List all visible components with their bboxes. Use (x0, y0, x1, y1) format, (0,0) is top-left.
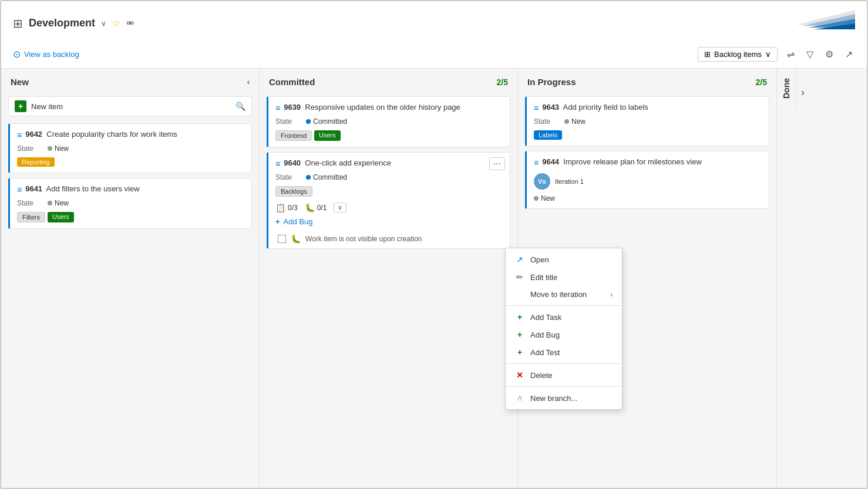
add-bug-row-9640[interactable]: + Add Bug (275, 215, 503, 228)
menu-item-add-test-label: Add Test (530, 348, 560, 357)
menu-item-add-task-label: Add Task (530, 313, 561, 322)
tasks-value-9640: 0/3 (288, 204, 298, 212)
sub-bar-right: ⊞ Backlog items ∨ ⇌ ▽ ⚙ ↗ (698, 46, 855, 62)
state-row-9640: State Committed (275, 173, 503, 181)
card-title-9641[interactable]: 9641 Add filters to the users view (25, 184, 139, 193)
submenu-arrow-icon: › (610, 291, 613, 299)
tags-row-9641: Filters Users (17, 212, 244, 222)
bugs-value-9640: 0/1 (317, 204, 327, 212)
sub-bar: ⊙ View as backlog ⊞ Backlog items ∨ ⇌ ▽ … (1, 43, 867, 69)
search-icon[interactable]: 🔍 (235, 102, 245, 111)
board-icon: ⊞ (13, 16, 23, 31)
context-menu: ↗ Open ✏ Edit title Move to iteration › … (505, 248, 623, 410)
menu-item-move-to-iteration[interactable]: Move to iteration › (506, 286, 622, 303)
tag-frontend-9639[interactable]: Frontend (275, 130, 312, 141)
card-title-row-9642: ≡ 9642 Create popularity charts for work… (17, 130, 244, 140)
column-label-new: New (11, 77, 29, 87)
menu-divider-3 (506, 386, 622, 387)
state-row-9644: New (534, 194, 762, 203)
work-item-icon-9641: ≡ (17, 185, 22, 194)
arrow-right-circle-icon: ⊙ (13, 49, 21, 60)
tag-filters-9641[interactable]: Filters (17, 212, 45, 222)
nav-right-arrow[interactable]: › (796, 77, 809, 108)
card-title-9639[interactable]: 9639 Responsive updates on the older his… (284, 103, 460, 112)
menu-divider-1 (506, 305, 622, 306)
done-col-label[interactable]: Done (777, 69, 796, 108)
top-bar: ⊞ Development ∨ ☆ ⚮ (1, 1, 867, 43)
card-more-button-9640[interactable]: ··· (489, 157, 505, 170)
bug-icon-9640: 🐛 (305, 203, 315, 213)
bug-child-icon: 🐛 (291, 234, 301, 244)
column-new: New ‹ + New item 🔍 ≡ 964 (1, 69, 260, 488)
menu-item-delete[interactable]: ✕ Delete (506, 366, 622, 384)
column-header-new: New ‹ (1, 69, 259, 93)
column-body-new: + New item 🔍 ≡ 9642 Create popularity ch… (1, 93, 259, 488)
work-item-icon-9639: ≡ (275, 103, 280, 113)
card-title-row-9644: ≡ 9644 Improve release plan for mileston… (534, 157, 762, 167)
open-icon: ↗ (515, 255, 524, 264)
top-bar-left: ⊞ Development ∨ ☆ ⚮ (13, 16, 134, 31)
column-collapse-new[interactable]: ‹ (247, 77, 250, 86)
add-new-item-icon[interactable]: + (15, 100, 26, 112)
column-header-committed: Committed 2/5 (260, 69, 517, 93)
state-row-9641: State New (17, 199, 244, 207)
menu-item-delete-label: Delete (530, 371, 553, 380)
settings-icon[interactable]: ⚙ (823, 46, 836, 62)
tag-backlogs-9640[interactable]: Backlogs (275, 186, 312, 197)
project-dropdown-chevron[interactable]: ∨ (101, 19, 106, 28)
favorite-icon[interactable]: ☆ (112, 18, 120, 29)
card-fields-9639: State Committed Frontend Users (275, 117, 503, 141)
filter-icon[interactable]: ▽ (804, 46, 816, 62)
card-9643: ≡ 9643 Add priority field to labels Stat… (525, 96, 769, 146)
card-title-row-9639: ≡ 9639 Responsive updates on the older h… (275, 103, 503, 113)
menu-divider-2 (506, 363, 622, 364)
menu-item-new-branch[interactable]: ⑃ New branch... (506, 389, 622, 407)
tags-row-9643: Labels (534, 130, 762, 140)
filter-settings-icon[interactable]: ⇌ (785, 46, 797, 62)
iteration-badge-9644: Iteration 1 (555, 178, 584, 185)
tags-row-9642: Reporting (17, 157, 244, 167)
backlog-items-button[interactable]: ⊞ Backlog items ∨ (698, 47, 778, 62)
avatar-9644: Vs (534, 173, 550, 190)
view-as-backlog-label: View as backlog (24, 50, 79, 59)
tag-users-9639[interactable]: Users (314, 130, 341, 141)
card-title-row-9641: ≡ 9641 Add filters to the users view (17, 184, 244, 194)
column-header-inprogress: In Progress 2/5 (518, 69, 776, 93)
menu-item-add-bug[interactable]: + Add Bug (506, 326, 622, 343)
column-label-committed: Committed (269, 77, 315, 87)
card-title-9640[interactable]: 9640 One-click add experience (284, 158, 391, 167)
members-icon[interactable]: ⚮ (126, 18, 134, 29)
column-count-committed: 2/5 (497, 77, 508, 87)
work-item-icon-9644: ≡ (534, 158, 539, 167)
card-title-9642[interactable]: 9642 Create popularity charts for work i… (25, 130, 177, 139)
pencil-icon: ✏ (515, 272, 524, 282)
plus-icon-bug: + (515, 330, 524, 339)
tasks-count-9640: 📋 0/3 (275, 203, 298, 213)
app-frame: ⊞ Development ∨ ☆ ⚮ ⊙ View as backlog ⊞ … (0, 0, 868, 489)
menu-item-add-bug-label: Add Bug (530, 331, 560, 339)
view-as-backlog-btn[interactable]: ⊙ View as backlog (13, 49, 79, 60)
menu-item-iteration-label: Move to iteration (530, 290, 587, 299)
tag-reporting-9642[interactable]: Reporting (17, 157, 55, 167)
bug-child-row-9640: 🐛 Work item is not visible upon creation (275, 231, 503, 244)
work-item-icon-9640: ≡ (275, 159, 280, 168)
logo-graphic (761, 7, 855, 39)
tag-labels-9643[interactable]: Labels (534, 130, 562, 140)
tag-users-9641[interactable]: Users (48, 212, 74, 222)
column-count-inprogress: 2/5 (756, 77, 767, 87)
card-fields-9642: State New Reporting (17, 144, 244, 167)
checkbox-icon[interactable] (278, 235, 286, 243)
menu-item-edit-title[interactable]: ✏ Edit title (506, 268, 622, 286)
collapse-subitems-9640[interactable]: ∨ (334, 203, 346, 213)
menu-item-add-task[interactable]: + Add Task (506, 308, 622, 326)
card-9644: ≡ 9644 Improve release plan for mileston… (525, 151, 769, 209)
menu-item-add-test[interactable]: + Add Test (506, 343, 622, 361)
menu-item-open[interactable]: ↗ Open (506, 251, 622, 268)
add-bug-plus-icon: + (275, 217, 280, 226)
card-title-9644[interactable]: 9644 Improve release plan for milestones… (542, 157, 702, 166)
card-title-9643[interactable]: 9643 Add priority field to labels (542, 103, 648, 112)
state-row-9639: State Committed (275, 117, 503, 126)
backlog-chevron-icon: ∨ (765, 50, 771, 59)
expand-icon[interactable]: ↗ (843, 46, 855, 62)
state-row-9642: State New (17, 144, 244, 153)
